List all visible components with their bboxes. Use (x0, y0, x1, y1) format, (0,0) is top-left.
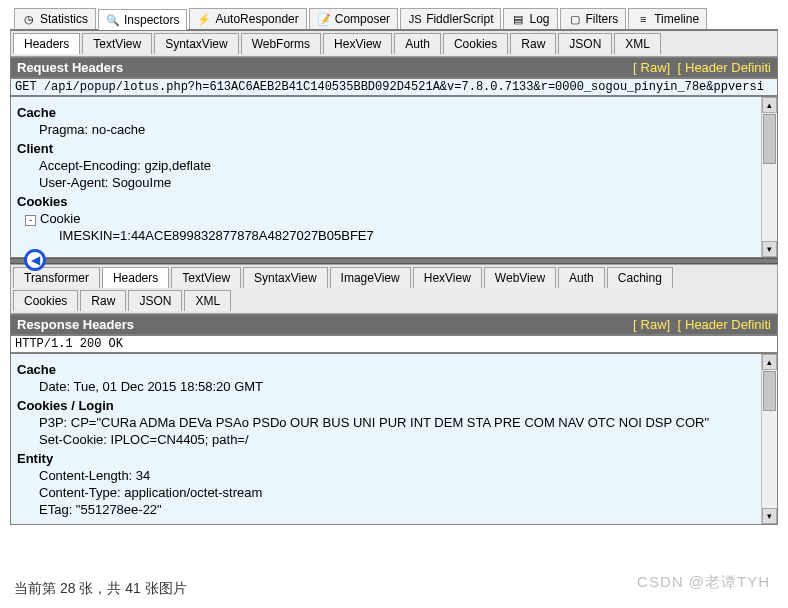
request-headers-title: Request Headers (17, 60, 123, 75)
resp-tab-auth[interactable]: Auth (558, 267, 605, 288)
tab-label: Inspectors (124, 13, 179, 27)
request-headers-header: Request Headers [Raw] [Header Definiti (10, 57, 778, 78)
tab-label: Filters (586, 12, 619, 26)
group-cache: Cache (17, 105, 755, 120)
request-body[interactable]: CachePragma: no-cacheClientAccept-Encodi… (11, 97, 761, 257)
response-headers-pane: CacheDate: Tue, 01 Dec 2015 18:58:20 GMT… (10, 353, 778, 525)
response-scrollbar[interactable]: ▴ ▾ (761, 354, 777, 524)
scroll-down-icon[interactable]: ▾ (762, 241, 777, 257)
response-body[interactable]: CacheDate: Tue, 01 Dec 2015 18:58:20 GMT… (11, 354, 761, 524)
response-header-links: [Raw] [Header Definiti (633, 317, 771, 332)
tab-fiddlerscript-icon: JS (408, 12, 422, 26)
header-row[interactable]: Date: Tue, 01 Dec 2015 18:58:20 GMT (17, 379, 755, 394)
req-tab-raw[interactable]: Raw (510, 33, 556, 54)
header-row[interactable]: User-Agent: SogouIme (17, 175, 755, 190)
header-row[interactable]: ETag: "551278ee-22" (17, 502, 755, 517)
scroll-up-icon[interactable]: ▴ (762, 97, 777, 113)
tab-log-icon: ▤ (511, 12, 525, 26)
tree-collapse-icon[interactable]: - (25, 215, 36, 226)
resp-tab-syntaxview[interactable]: SyntaxView (243, 267, 327, 288)
header-row[interactable]: Accept-Encoding: gzip,deflate (17, 158, 755, 173)
resp-tab-raw[interactable]: Raw (80, 290, 126, 311)
request-header-links: [Raw] [Header Definiti (633, 60, 771, 75)
request-line[interactable]: GET /api/popup/lotus.php?h=613AC6AEB2B41… (10, 78, 778, 96)
group-client: Client (17, 141, 755, 156)
header-row[interactable]: Pragma: no-cache (17, 122, 755, 137)
tab-statistics[interactable]: ◷Statistics (14, 8, 96, 29)
header-row[interactable]: Content-Length: 34 (17, 468, 755, 483)
watermark: CSDN @老谭TYH (637, 573, 770, 592)
tab-label: Timeline (654, 12, 699, 26)
group-cookies-login: Cookies / Login (17, 398, 755, 413)
collapse-button[interactable]: ◀ (24, 249, 46, 271)
tab-filters-icon: ▢ (568, 12, 582, 26)
tab-fiddlerscript[interactable]: JSFiddlerScript (400, 8, 501, 29)
status-line[interactable]: HTTP/1.1 200 OK (10, 335, 778, 353)
tab-composer[interactable]: 📝Composer (309, 8, 398, 29)
header-row[interactable]: P3P: CP="CURa ADMa DEVa PSAo PSDo OUR BU… (17, 415, 755, 430)
request-subtabs: HeadersTextViewSyntaxViewWebFormsHexView… (10, 31, 778, 57)
footer-status: 当前第 28 张，共 41 张图片 (14, 580, 187, 598)
tab-label: Composer (335, 12, 390, 26)
tab-statistics-icon: ◷ (22, 12, 36, 26)
request-raw-link[interactable]: Raw (641, 60, 667, 75)
req-tab-xml[interactable]: XML (614, 33, 661, 54)
scroll-down-icon[interactable]: ▾ (762, 508, 777, 524)
group-entity: Entity (17, 451, 755, 466)
response-headers-header: Response Headers [Raw] [Header Definiti (10, 314, 778, 335)
tab-timeline-icon: ≡ (636, 12, 650, 26)
tab-label: AutoResponder (215, 12, 298, 26)
request-scrollbar[interactable]: ▴ ▾ (761, 97, 777, 257)
header-row[interactable]: Set-Cookie: IPLOC=CN4405; path=/ (17, 432, 755, 447)
resp-tab-imageview[interactable]: ImageView (330, 267, 411, 288)
tab-inspectors-icon: 🔍 (106, 13, 120, 27)
resp-tab-textview[interactable]: TextView (171, 267, 241, 288)
tab-autoresponder-icon: ⚡ (197, 12, 211, 26)
tab-label: Statistics (40, 12, 88, 26)
resp-tab-caching[interactable]: Caching (607, 267, 673, 288)
main-tabbar: ◷Statistics🔍Inspectors⚡AutoResponder📝Com… (10, 8, 778, 31)
tab-autoresponder[interactable]: ⚡AutoResponder (189, 8, 306, 29)
tab-timeline[interactable]: ≡Timeline (628, 8, 707, 29)
scroll-thumb[interactable] (763, 371, 776, 411)
req-tab-auth[interactable]: Auth (394, 33, 441, 54)
cookie-tree-node[interactable]: -Cookie (17, 211, 755, 226)
tab-label: Log (529, 12, 549, 26)
resp-tab-headers[interactable]: Headers (102, 267, 169, 288)
resp-tab-hexview[interactable]: HexView (413, 267, 482, 288)
resp-tab-xml[interactable]: XML (184, 290, 231, 311)
tab-filters[interactable]: ▢Filters (560, 8, 627, 29)
tab-composer-icon: 📝 (317, 12, 331, 26)
tab-label: FiddlerScript (426, 12, 493, 26)
request-headers-pane: CachePragma: no-cacheClientAccept-Encodi… (10, 96, 778, 258)
resp-tab-transformer[interactable]: Transformer (13, 267, 100, 288)
tab-log[interactable]: ▤Log (503, 8, 557, 29)
req-tab-hexview[interactable]: HexView (323, 33, 392, 54)
resp-tab-json[interactable]: JSON (128, 290, 182, 311)
req-tab-json[interactable]: JSON (558, 33, 612, 54)
resp-tab-webview[interactable]: WebView (484, 267, 556, 288)
header-row[interactable]: Content-Type: application/octet-stream (17, 485, 755, 500)
cookie-row[interactable]: IMESKIN=1:44ACE899832877878A4827027B05BF… (17, 228, 755, 243)
req-tab-cookies[interactable]: Cookies (443, 33, 508, 54)
request-def-link[interactable]: Header Definiti (685, 60, 771, 75)
scroll-up-icon[interactable]: ▴ (762, 354, 777, 370)
scroll-thumb[interactable] (763, 114, 776, 164)
response-def-link[interactable]: Header Definiti (685, 317, 771, 332)
req-tab-textview[interactable]: TextView (82, 33, 152, 54)
req-tab-headers[interactable]: Headers (13, 33, 80, 54)
tab-inspectors[interactable]: 🔍Inspectors (98, 9, 187, 30)
response-subtabs: TransformerHeadersTextViewSyntaxViewImag… (10, 264, 778, 314)
req-tab-syntaxview[interactable]: SyntaxView (154, 33, 238, 54)
resp-tab-cookies[interactable]: Cookies (13, 290, 78, 311)
group-cookies: Cookies (17, 194, 755, 209)
req-tab-webforms[interactable]: WebForms (241, 33, 321, 54)
group-cache: Cache (17, 362, 755, 377)
response-headers-title: Response Headers (17, 317, 134, 332)
pane-divider[interactable]: ◀ (10, 258, 778, 264)
response-raw-link[interactable]: Raw (641, 317, 667, 332)
